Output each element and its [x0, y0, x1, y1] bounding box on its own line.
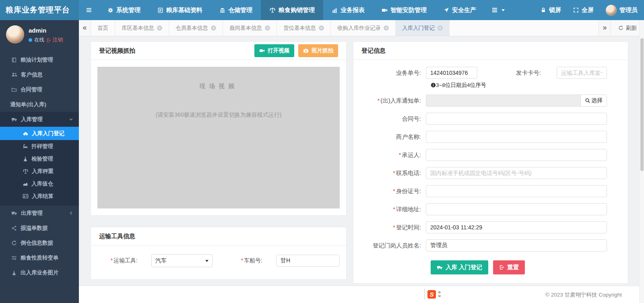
camera-icon — [303, 48, 309, 54]
sidebar-item-weighing[interactable]: 入库秤重 — [0, 165, 79, 177]
open-video-button[interactable]: 打开视频 — [254, 44, 294, 57]
carrier-label: *承运人: — [353, 151, 426, 159]
tab-close-icon[interactable]: × — [438, 25, 443, 31]
tabs-scroll-left-button[interactable] — [79, 20, 91, 36]
flask-icon — [11, 270, 17, 276]
notice-select-button[interactable]: 选择 — [580, 95, 607, 107]
open-video-label: 打开视频 — [268, 47, 289, 54]
business-no-input[interactable] — [426, 67, 477, 79]
sidebar-item-settlement[interactable]: 入库结算 — [0, 190, 79, 202]
fullscreen-button[interactable]: 全屏 — [573, 6, 594, 14]
sidebar-item-grain-nature-change[interactable]: 粮食性质转变单 — [0, 250, 79, 265]
carrier-input[interactable] — [426, 149, 607, 161]
sidebar-item-notice[interactable]: 通知单(出入库) — [0, 97, 79, 112]
topnav-item-storage[interactable]: 仓储管理 — [211, 0, 261, 20]
exchange-icon — [11, 255, 17, 261]
photo-capture-button[interactable]: 照片抓拍 — [298, 44, 338, 57]
tab-close-icon[interactable]: × — [211, 25, 216, 31]
ime-logo-icon[interactable]: S — [427, 290, 436, 299]
tabs-scroll-right-button[interactable] — [599, 20, 611, 36]
tab-spacer — [450, 20, 599, 36]
tab-purchase-records[interactable]: 收购入库作业记录× — [331, 20, 396, 36]
camcorder-icon — [259, 48, 265, 54]
tab-inbound-gate-register[interactable]: 入库入门登记× — [396, 20, 450, 36]
sidebar-item-inbound-gate-register[interactable]: 入库入门登记 — [0, 127, 79, 140]
lock-screen-button[interactable]: 锁屏 — [541, 6, 561, 14]
sidebar-item-label: 检验管理 — [31, 155, 53, 163]
plate-input[interactable] — [276, 255, 340, 267]
topnav-item-system[interactable]: 系统管理 — [99, 0, 149, 20]
business-no-help: 3~8位日期后4位序号 — [431, 81, 491, 89]
sidebar-item-label: 入库入门登记 — [32, 130, 64, 137]
tab-slot-info[interactable]: 货位基本信息× — [277, 20, 331, 36]
card-no-input[interactable] — [557, 67, 607, 79]
sidebar-item-business-pictures[interactable]: 出入库业务图片 — [0, 265, 79, 280]
card-no-label: 发卡卡号: — [516, 69, 541, 77]
topnav-more-menu[interactable] — [485, 0, 512, 20]
merchant-input[interactable] — [426, 131, 607, 143]
copyright-text: © 2023 甘肃翊宁科技 Copyright — [545, 286, 622, 303]
tab-close-icon[interactable]: × — [157, 25, 162, 31]
sidebar-item-silo-transfer[interactable]: 倒仓信息数据 — [0, 235, 79, 250]
phone-input[interactable] — [426, 167, 607, 179]
sidebar-item-storing[interactable]: 入库值仓 — [0, 177, 79, 190]
sidebar-item-customers[interactable]: 客户信息 — [0, 67, 79, 82]
tab-label: 货位基本信息 — [283, 25, 316, 32]
sidebar-item-inbound-management[interactable]: 入库管理 — [0, 112, 79, 127]
page-scrollbar[interactable] — [639, 20, 644, 303]
tab-depot-info[interactable]: 库区基本信息× — [115, 20, 169, 36]
scrollbar-thumb[interactable] — [640, 38, 644, 171]
merchant-label: 商户名称: — [353, 133, 426, 141]
tab-close-icon[interactable]: × — [319, 25, 324, 31]
topnav-label: 粮食购销管理 — [279, 6, 315, 14]
topnav-item-reports[interactable]: 业务报表 — [323, 0, 373, 20]
folder-icon — [11, 87, 17, 93]
sidebar-group-inbound: 入库管理 入库入门登记 扦样管理 检验管理 入库秤重 入库值仓 — [0, 112, 79, 206]
truck-icon — [11, 116, 17, 122]
tab-granary-info[interactable]: 廒间基本信息× — [223, 20, 277, 36]
sidebar-item-grain-plan[interactable]: 粮油计划管理 — [0, 52, 79, 67]
sidebar-item-inspection[interactable]: 检验管理 — [0, 153, 79, 165]
tab-label: 入库入门登记 — [402, 25, 435, 32]
info-icon — [431, 82, 436, 88]
user-menu[interactable]: 管理员 — [606, 5, 638, 16]
fullscreen-label: 全屏 — [582, 6, 594, 14]
notice-input[interactable] — [426, 95, 580, 107]
topnav-label: 系统管理 — [116, 6, 140, 14]
submit-register-button[interactable]: 入库 入门登记 — [431, 260, 488, 274]
sidebar-item-contracts[interactable]: 合同管理 — [0, 82, 79, 97]
tab-close-icon[interactable]: × — [265, 25, 270, 31]
sidebar-item-label: 出库管理 — [21, 210, 43, 217]
double-chevron-left-icon — [82, 25, 87, 31]
tab-close-icon[interactable]: × — [384, 25, 389, 31]
contract-input[interactable] — [426, 113, 607, 125]
gate-name-label: 登记门岗人员姓名: — [353, 242, 426, 249]
topnav-item-base-data[interactable]: 粮库基础资料 — [149, 0, 211, 20]
sidebar-item-label: 扦样管理 — [31, 143, 53, 150]
logout-button[interactable]: 注销 — [46, 37, 63, 43]
tab-warehouse-info[interactable]: 仓房基本信息× — [169, 20, 223, 36]
topnav-item-purchase-sale[interactable]: 粮食购销管理 — [261, 0, 323, 20]
vehicle-select[interactable]: 汽车 — [151, 254, 213, 267]
address-input[interactable] — [426, 203, 607, 215]
required-mark: * — [393, 188, 395, 194]
sidebar-toggle-button[interactable] — [79, 0, 99, 20]
id-no-input[interactable] — [426, 185, 607, 197]
topnav-item-safety[interactable]: 安全生产 — [435, 0, 485, 20]
sidebar-item-label: 入库结算 — [32, 193, 54, 200]
sidebar-item-loss-overflow[interactable]: 损溢单数据 — [0, 221, 79, 235]
location-arrow-icon — [444, 7, 449, 13]
double-chevron-right-icon — [602, 25, 607, 31]
required-mark: * — [399, 152, 401, 158]
user-avatar — [606, 5, 617, 16]
gate-name-input[interactable] — [426, 239, 607, 251]
sidebar-item-outbound-management[interactable]: 出库管理 — [0, 206, 79, 221]
share-icon — [11, 225, 17, 231]
topnav-item-security[interactable]: 智能安防管理 — [373, 0, 435, 20]
transport-info-panel: 运输工具信息 *运输工具: 汽车 *车船号: — [91, 227, 347, 280]
tab-home[interactable]: 首页 — [91, 20, 115, 36]
sidebar-item-sampling[interactable]: 扦样管理 — [0, 140, 79, 153]
reg-time-input[interactable] — [426, 221, 607, 233]
gear-icon — [107, 7, 114, 13]
reset-button[interactable]: 重置 — [493, 260, 525, 274]
